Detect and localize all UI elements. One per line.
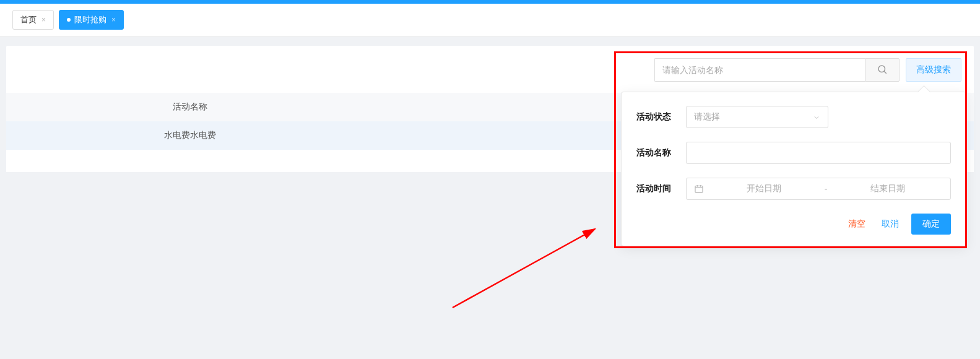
panel-toolbar: 高级搜索 (6, 46, 974, 93)
status-label: 活动状态 (636, 111, 686, 123)
time-label: 活动时间 (636, 183, 686, 194)
svg-point-0 (878, 66, 885, 72)
search-icon (877, 64, 888, 77)
name-input[interactable] (686, 142, 951, 164)
form-row-status: 活动状态 请选择 (636, 106, 951, 128)
date-range-picker[interactable]: 开始日期 - 结束日期 (686, 178, 951, 200)
chevron-down-icon (813, 113, 820, 121)
advanced-search-button[interactable]: 高级搜索 (906, 58, 961, 82)
form-row-time: 活动时间 开始日期 - 结束日期 (636, 178, 951, 200)
svg-line-6 (453, 229, 595, 308)
tab-home[interactable]: 首页 × (12, 10, 54, 30)
form-row-name: 活动名称 (636, 142, 951, 164)
status-select[interactable]: 请选择 (686, 106, 828, 128)
calendar-icon (694, 184, 704, 194)
col-activity-name: 活动名称 (6, 93, 374, 121)
cancel-button[interactable]: 取消 (878, 216, 903, 232)
search-input[interactable] (654, 58, 865, 82)
cell-activity-name: 水电费水电费 (6, 121, 374, 150)
tab-label: 限时抢购 (74, 14, 106, 25)
confirm-button[interactable]: 确定 (911, 214, 951, 235)
tabs-bar: 首页 × 限时抢购 × (0, 4, 980, 37)
tab-label: 首页 (20, 14, 37, 25)
end-date-placeholder: 结束日期 (832, 183, 943, 194)
tab-flash-sale[interactable]: 限时抢购 × (59, 10, 124, 30)
search-button[interactable] (865, 58, 900, 82)
close-icon[interactable]: × (111, 15, 116, 24)
start-date-placeholder: 开始日期 (709, 183, 820, 194)
popover-actions: 清空 取消 确定 (636, 214, 951, 235)
annotation-arrow (449, 224, 617, 311)
select-placeholder: 请选择 (694, 111, 720, 123)
svg-rect-2 (695, 186, 703, 192)
range-separator: - (825, 184, 828, 194)
close-icon[interactable]: × (41, 15, 46, 24)
search-group (654, 58, 900, 82)
svg-line-1 (884, 71, 887, 74)
active-dot-icon (67, 18, 71, 22)
clear-button[interactable]: 清空 (844, 216, 869, 232)
advanced-search-popover: 活动状态 请选择 活动名称 活动时间 开始日期 - 结束日期 清空 取消 确定 (621, 92, 966, 246)
name-label: 活动名称 (636, 147, 686, 158)
